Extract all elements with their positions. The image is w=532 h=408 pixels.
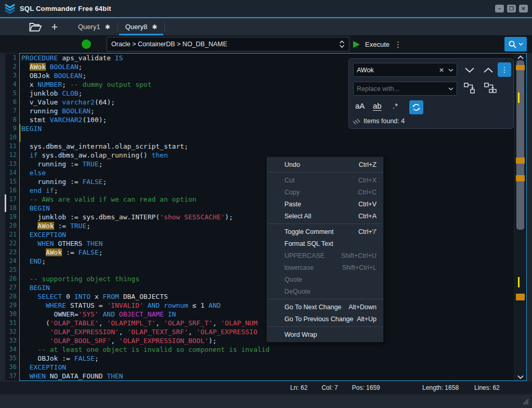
line-number: 20	[5, 221, 19, 230]
menu-item-paste[interactable]: PasteCtrl+V	[267, 198, 383, 210]
menu-item-go-to-previous-change[interactable]: Go To Previous ChangeAlt+Up	[267, 313, 383, 325]
code-line[interactable]	[21, 133, 514, 142]
code-line[interactable]: -- at least one object is invalid so com…	[21, 345, 514, 354]
menu-item-format-sql-text[interactable]: Format SQL Text	[267, 238, 383, 249]
chevron-down-icon	[518, 43, 523, 46]
find-options-menu-button[interactable]: ⋮	[498, 62, 511, 77]
regex-button[interactable]: .*	[393, 101, 398, 110]
menu-separator	[267, 223, 383, 224]
line-number: 31	[5, 319, 19, 327]
plus-icon: +	[51, 20, 58, 34]
match-case-button[interactable]: aA	[355, 101, 365, 110]
execute-button[interactable]: Execute	[353, 37, 390, 51]
chevron-up-icon	[484, 68, 493, 73]
connection-status-icon	[82, 40, 91, 49]
toolbar-overflow-menu-button[interactable]: ⋮	[394, 38, 402, 50]
app-window: SQL Commander Free 64bit – ❐ ✕ + Query1 …	[0, 0, 532, 408]
line-number: 29	[5, 301, 19, 310]
line-number: 25	[5, 266, 19, 274]
resize-grip[interactable]	[521, 397, 529, 405]
status-column: Col: 7	[321, 384, 338, 391]
scrollbar-change-marker[interactable]	[516, 65, 525, 70]
code-line[interactable]: sys.dbms_aw_internal.olap_script_start;	[21, 142, 514, 151]
changed-lines-marker	[20, 124, 20, 142]
search-toggle-button[interactable]	[504, 37, 527, 51]
minimize-button[interactable]: –	[495, 5, 504, 12]
magnifier-icon	[508, 40, 517, 49]
menu-separator	[267, 172, 383, 173]
scrollbar-match-marker[interactable]	[518, 277, 520, 287]
maximize-button[interactable]: ❐	[507, 5, 516, 12]
code-line[interactable]: OBJok := FALSE;	[21, 354, 514, 363]
line-number-gutter: 1234567891011121314151617181920212223242…	[5, 54, 19, 380]
whole-word-button[interactable]: ab	[373, 101, 382, 110]
find-input[interactable]: AWok ✕	[353, 63, 457, 77]
replace-one-icon	[464, 83, 475, 94]
main-menu-button[interactable]	[8, 20, 22, 34]
menu-item-go-to-next-change[interactable]: Go To Next ChangeAlt+Down	[267, 301, 383, 313]
replace-input[interactable]: Replace with...	[353, 82, 457, 96]
find-next-button[interactable]	[460, 63, 479, 77]
items-found-icon	[353, 119, 361, 125]
line-number: 11	[5, 142, 19, 151]
menu-item-word-wrap[interactable]: Word Wrap	[267, 328, 383, 340]
line-number: 22	[5, 239, 19, 248]
close-button[interactable]: ✕	[519, 5, 528, 12]
open-file-button[interactable]	[28, 20, 43, 34]
line-number: 4	[5, 80, 19, 89]
changed-lines-marker	[5, 194, 6, 212]
line-number: 7	[5, 107, 19, 115]
code-line[interactable]: EXCEPTION	[21, 363, 514, 372]
line-number: 35	[5, 354, 19, 363]
open-folder-icon	[29, 22, 42, 32]
scrollbar-change-marker[interactable]	[516, 294, 525, 300]
replace-all-button[interactable]	[481, 81, 500, 96]
scroll-down-button[interactable]	[514, 373, 527, 380]
line-number: 6	[5, 98, 19, 107]
line-number: 19	[5, 213, 19, 221]
line-number: 3	[5, 71, 19, 80]
app-logo-icon	[4, 4, 16, 14]
tab-query8[interactable]: Query8 ✱	[118, 18, 165, 35]
menu-item-quote: Quote	[267, 273, 383, 285]
menu-item-undo[interactable]: UndoCtrl+Z	[267, 159, 383, 170]
new-query-tab-button[interactable]: +	[48, 20, 61, 34]
menu-item-toggle-comment[interactable]: Toggle CommentCtrl+'/'	[267, 226, 383, 238]
connection-selector[interactable]: Oracle > ContainerDB > NO_DB_NAME	[107, 37, 349, 51]
line-number: 16	[5, 186, 19, 195]
replace-one-button[interactable]	[461, 81, 478, 96]
line-number: 26	[5, 274, 19, 283]
search-history-dropdown-icon[interactable]	[448, 69, 453, 72]
menu-item-select-all[interactable]: Select AllCtrl+A	[267, 210, 383, 222]
connection-path: Oracle > ContainerDB > NO_DB_NAME	[111, 41, 339, 48]
scroll-up-button[interactable]	[514, 54, 527, 61]
window-bottom-strip	[0, 394, 532, 408]
clear-search-icon[interactable]: ✕	[439, 67, 444, 74]
tab-separator	[164, 22, 165, 32]
vertical-scrollbar[interactable]	[514, 54, 526, 380]
scrollbar-match-marker[interactable]	[518, 93, 520, 103]
scrollbar-change-marker[interactable]	[516, 157, 525, 164]
scrollbar-thumb[interactable]	[516, 60, 524, 230]
code-line[interactable]: WHEN NO_DATA_FOUND THEN	[21, 372, 514, 380]
line-number: 8	[5, 115, 19, 124]
cyclic-search-button[interactable]	[409, 100, 423, 114]
find-previous-button[interactable]	[480, 63, 497, 77]
combo-updown-icon	[339, 40, 345, 48]
line-number: 33	[5, 336, 19, 345]
tab-query1[interactable]: Query1 ✱	[71, 18, 118, 35]
title-bar: SQL Commander Free 64bit – ❐ ✕	[0, 0, 532, 17]
editor-context-menu: UndoCtrl+ZCutCtrl+XCopyCtrl+CPasteCtrl+V…	[266, 156, 384, 343]
scrollbar-change-marker[interactable]	[516, 175, 525, 181]
kebab-icon: ⋮	[501, 65, 508, 74]
menu-item-cut: CutCtrl+X	[267, 174, 383, 186]
line-number: 23	[5, 248, 19, 257]
tab-bar: + Query1 ✱ Query8 ✱	[0, 18, 532, 35]
line-number: 32	[5, 327, 19, 336]
line-number: 17	[5, 195, 19, 204]
menu-item-dequote: DeQuote	[267, 285, 383, 297]
replace-history-dropdown-icon[interactable]	[448, 87, 453, 90]
status-line: Ln: 62	[290, 384, 307, 391]
replace-all-icon	[484, 83, 497, 94]
chevron-down-icon	[517, 375, 524, 379]
